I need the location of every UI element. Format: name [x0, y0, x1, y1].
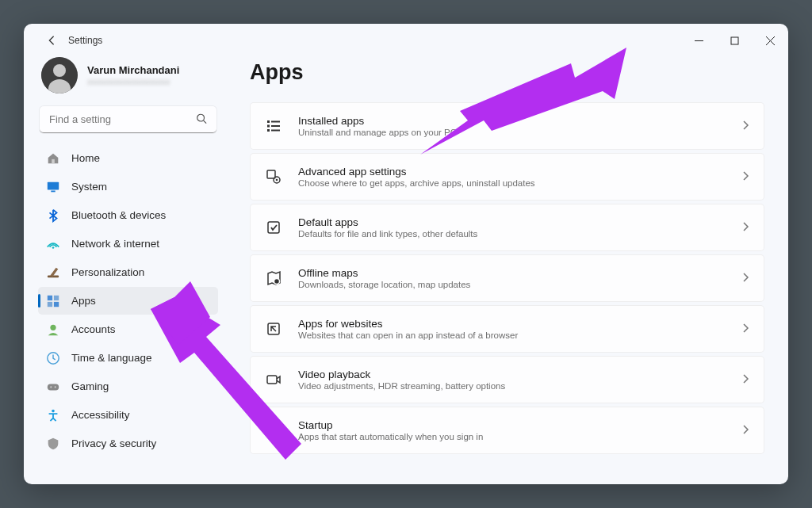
list-icon [265, 117, 282, 135]
card-description: Websites that can open in an app instead… [298, 330, 743, 340]
sidebar-item-privacy-security[interactable]: Privacy & security [38, 430, 218, 457]
sidebar-item-network-internet[interactable]: Network & internet [38, 230, 218, 258]
sidebar-item-label: Home [71, 152, 100, 164]
privacy-icon [46, 437, 60, 451]
card-title: Advanced app settings [298, 166, 743, 178]
profile-text: Varun Mirchandani xxxxxxxxxxxxxxxxxxx [87, 64, 179, 86]
content-area[interactable]: Apps Installed appsUninstall and manage … [226, 57, 788, 484]
card-text: Advanced app settingsChoose where to get… [298, 166, 743, 188]
card-title: Startup [298, 419, 743, 431]
card-startup[interactable]: StartupApps that start automatically whe… [250, 407, 764, 454]
apps-icon [46, 294, 60, 308]
sidebar-item-label: Personalization [71, 266, 144, 278]
sidebar: Varun Mirchandani xxxxxxxxxxxxxxxxxxx Ho… [24, 57, 226, 484]
svg-rect-30 [267, 170, 275, 178]
home-icon [46, 151, 60, 166]
card-description: Downloads, storage location, map updates [298, 280, 743, 289]
card-advanced-app-settings[interactable]: Advanced app settingsChoose where to get… [250, 153, 764, 201]
chevron-right-icon [743, 273, 749, 285]
sidebar-item-accounts[interactable]: Accounts [38, 315, 218, 343]
network-icon [46, 237, 60, 251]
settings-cards: Installed appsUninstall and manage apps … [250, 102, 764, 454]
card-video-playback[interactable]: Video playbackVideo adjustments, HDR str… [250, 356, 764, 403]
card-installed-apps[interactable]: Installed appsUninstall and manage apps … [250, 102, 764, 150]
sidebar-nav[interactable]: HomeSystemBluetooth & devicesNetwork & i… [38, 144, 218, 484]
settings-window: Settings Varun Mirchandani xxxxxxxxxxxxx… [24, 24, 788, 484]
sidebar-item-label: Apps [71, 295, 96, 307]
svg-rect-1 [731, 37, 738, 44]
svg-point-12 [52, 246, 55, 249]
main-area: Varun Mirchandani xxxxxxxxxxxxxxxxxxx Ho… [24, 57, 788, 484]
svg-rect-15 [54, 295, 59, 300]
svg-rect-14 [48, 295, 52, 300]
card-text: Default appsDefaults for file and link t… [298, 216, 743, 239]
svg-rect-29 [271, 130, 280, 132]
profile-email: xxxxxxxxxxxxxxxxxxx [87, 77, 179, 86]
svg-rect-33 [268, 222, 279, 233]
card-apps-for-websites[interactable]: Apps for websitesWebsites that can open … [250, 305, 764, 353]
maximize-button[interactable] [717, 28, 753, 53]
card-offline-maps[interactable]: Offline mapsDownloads, storage location,… [250, 254, 764, 302]
card-title: Installed apps [298, 115, 743, 127]
svg-rect-28 [267, 129, 270, 132]
card-description: Choose where to get apps, archive apps, … [298, 178, 743, 188]
sidebar-item-label: System [71, 181, 107, 193]
svg-rect-11 [51, 190, 55, 192]
accounts-icon [46, 323, 60, 337]
svg-rect-26 [267, 125, 270, 128]
svg-rect-24 [267, 120, 270, 123]
svg-rect-20 [48, 384, 59, 390]
sidebar-item-home[interactable]: Home [38, 144, 218, 172]
svg-rect-10 [48, 181, 59, 189]
avatar [41, 57, 78, 94]
svg-point-21 [50, 386, 52, 388]
card-text: Offline mapsDownloads, storage location,… [298, 267, 743, 289]
system-icon [46, 180, 60, 194]
video-icon [265, 371, 282, 388]
default-app-icon [265, 219, 282, 236]
chevron-right-icon [743, 120, 749, 132]
chevron-right-icon [743, 323, 749, 335]
sidebar-item-label: Accessibility [71, 409, 130, 421]
card-title: Offline maps [298, 267, 743, 279]
card-title: Default apps [298, 216, 743, 228]
page-title: Apps [250, 60, 764, 85]
chevron-right-icon [743, 171, 749, 183]
svg-point-34 [274, 279, 280, 285]
chevron-right-icon [743, 374, 749, 386]
sidebar-item-label: Privacy & security [71, 437, 156, 449]
sidebar-item-gaming[interactable]: Gaming [38, 372, 218, 400]
svg-rect-36 [267, 376, 277, 384]
personalization-icon [46, 265, 60, 280]
card-default-apps[interactable]: Default appsDefaults for file and link t… [250, 204, 764, 251]
card-description: Apps that start automatically when you s… [298, 432, 743, 441]
svg-point-32 [276, 179, 278, 181]
sidebar-item-label: Accounts [71, 323, 116, 335]
card-text: Apps for websitesWebsites that can open … [298, 318, 743, 340]
card-text: Video playbackVideo adjustments, HDR str… [298, 369, 743, 391]
svg-rect-17 [54, 301, 59, 306]
sidebar-item-system[interactable]: System [38, 173, 218, 201]
sidebar-item-time-language[interactable]: Time & language [38, 344, 218, 372]
sidebar-item-bluetooth-devices[interactable]: Bluetooth & devices [38, 201, 218, 229]
sidebar-item-personalization[interactable]: Personalization [38, 258, 218, 286]
card-description: Uninstall and manage apps on your PC [298, 128, 743, 137]
profile-section[interactable]: Varun Mirchandani xxxxxxxxxxxxxxxxxxx [38, 57, 218, 94]
svg-rect-16 [48, 301, 52, 306]
sidebar-item-apps[interactable]: Apps [38, 287, 218, 315]
close-button[interactable] [753, 28, 788, 53]
sidebar-item-accessibility[interactable]: Accessibility [38, 401, 218, 429]
profile-name: Varun Mirchandani [87, 64, 179, 76]
svg-rect-27 [271, 125, 280, 127]
minimize-button[interactable] [681, 28, 717, 53]
svg-point-23 [52, 409, 55, 412]
back-button[interactable] [40, 29, 63, 52]
svg-point-22 [55, 386, 56, 388]
card-text: Installed appsUninstall and manage apps … [298, 115, 743, 137]
sidebar-item-label: Network & internet [71, 238, 159, 250]
bluetooth-icon [46, 208, 60, 223]
chevron-right-icon [743, 222, 749, 234]
titlebar: Settings [24, 24, 788, 57]
svg-rect-9 [52, 159, 55, 162]
search-input[interactable] [40, 106, 216, 133]
